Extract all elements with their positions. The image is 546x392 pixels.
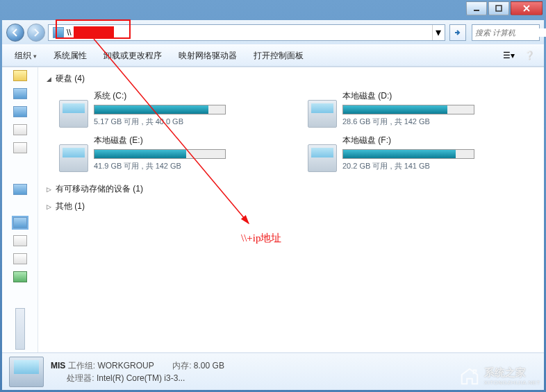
help-button[interactable]: ❔ [520,48,538,63]
drive-icon [59,100,88,128]
sidebar-item[interactable] [13,124,27,135]
search-input[interactable] [475,28,546,37]
close-button[interactable] [511,1,543,15]
forward-button[interactable] [27,24,45,42]
address-input[interactable] [67,26,432,40]
cpu-value: Intel(R) Core(TM) i3-3... [97,373,185,383]
memory-label: 内存: [172,361,191,370]
drive-name: 系统 (C:) [94,90,287,102]
sidebar-item[interactable] [13,70,27,81]
drive-usage-bar [342,149,474,159]
organize-menu[interactable]: 组织 [8,47,44,65]
sidebar-item[interactable] [13,106,27,117]
address-dropdown[interactable]: ▾ [432,25,443,40]
section-other-header[interactable]: ▷ 其他 (1) [47,201,536,212]
details-pane: MIS 工作组: WORKGROUP 内存: 8.00 GB 处理器: Inte… [2,352,544,390]
collapse-icon: ◢ [47,76,51,83]
drive-usage-bar [94,105,226,114]
expand-icon: ▷ [47,203,51,210]
titlebar [2,2,544,20]
workgroup-label: 工作组: [68,361,95,370]
content-pane: ◢ 硬盘 (4) 系统 (C:)5.17 GB 可用 , 共 40.0 GB本地… [38,67,544,352]
drive-usage-bar [94,149,226,159]
workgroup-value: WORKGROUP [97,361,154,370]
drive-name: 本地磁盘 (E:) [94,135,287,146]
nav-bar: ▾ 🔍 [2,20,544,44]
sidebar-item[interactable] [13,184,27,195]
expand-icon: ▷ [47,186,51,193]
drive-name: 本地磁盘 (D:) [342,90,536,102]
sidebar-item[interactable] [13,253,27,264]
sidebar-item-computer[interactable] [13,217,27,228]
drive-icon [308,144,337,172]
svg-rect-1 [496,6,502,11]
sidebar [2,67,38,352]
drive-free-text: 28.6 GB 可用 , 共 142 GB [342,117,536,127]
section-removable-header[interactable]: ▷ 有可移动存储的设备 (1) [47,183,536,195]
back-button[interactable] [6,24,24,42]
minimize-button[interactable] [466,1,487,15]
control-panel-button[interactable]: 打开控制面板 [247,47,311,65]
computer-icon [53,27,64,38]
sidebar-item[interactable] [13,271,27,282]
section-title: 其他 (1) [56,201,85,212]
drive-item[interactable]: 本地磁盘 (F:)20.2 GB 可用 , 共 141 GB [308,135,536,172]
address-bar[interactable]: ▾ [48,24,445,41]
drive-item[interactable]: 本地磁盘 (D:)28.6 GB 可用 , 共 142 GB [308,90,536,128]
computer-name: MIS [51,361,65,370]
sidebar-item[interactable] [13,142,27,153]
view-menu[interactable]: ☰▾ [499,48,518,63]
uninstall-button[interactable]: 卸载或更改程序 [97,47,169,65]
drive-icon [59,144,88,172]
drive-name: 本地磁盘 (F:) [342,135,536,146]
drive-free-text: 20.2 GB 可用 , 共 141 GB [342,161,536,171]
drive-icon [308,100,337,128]
section-title: 有可移动存储的设备 (1) [56,183,143,195]
memory-value: 8.00 GB [194,361,224,370]
maximize-button[interactable] [488,1,509,15]
sidebar-item[interactable] [13,235,27,246]
redaction-box [74,26,114,39]
drive-free-text: 41.9 GB 可用 , 共 142 GB [94,161,287,171]
drive-free-text: 5.17 GB 可用 , 共 40.0 GB [94,117,287,127]
toolbar: 组织 系统属性 卸载或更改程序 映射网络驱动器 打开控制面板 ☰▾ ❔ [2,44,544,67]
drive-item[interactable]: 系统 (C:)5.17 GB 可用 , 共 40.0 GB [59,90,287,128]
sidebar-item[interactable] [13,88,27,99]
section-title: 硬盘 (4) [56,73,85,85]
section-drives-header[interactable]: ◢ 硬盘 (4) [47,73,536,85]
computer-large-icon [9,357,44,387]
sidebar-scrollbar[interactable] [15,308,25,350]
go-button[interactable] [449,24,466,41]
system-properties-button[interactable]: 系统属性 [47,47,94,65]
drive-usage-bar [342,105,474,114]
map-drive-button[interactable]: 映射网络驱动器 [172,47,244,65]
drive-item[interactable]: 本地磁盘 (E:)41.9 GB 可用 , 共 142 GB [59,135,287,172]
cpu-label: 处理器: [67,373,94,383]
search-box[interactable]: 🔍 [472,24,540,41]
